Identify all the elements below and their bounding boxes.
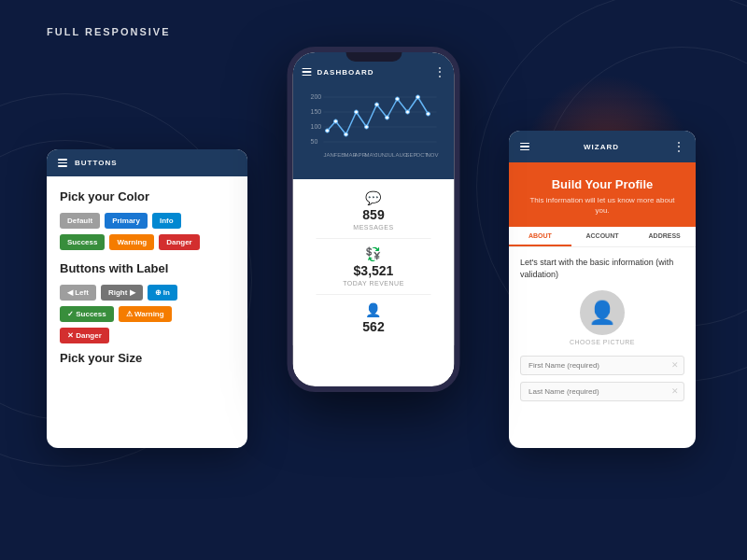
svg-point-16 (406, 110, 410, 114)
right-card-wizard: WIZARD ⋮ Build Your Profile This informa… (509, 131, 696, 448)
buttons-with-label-title: Buttons with Label (60, 261, 234, 275)
btn-primary[interactable]: Primary (105, 213, 148, 229)
btn-success-label[interactable]: ✓ Success (60, 306, 114, 322)
svg-text:JAN: JAN (324, 152, 334, 158)
btn-success[interactable]: Success (60, 234, 105, 250)
stat-divider-2 (317, 294, 430, 295)
btn-danger[interactable]: Danger (159, 234, 200, 250)
revenue-value: $3,521 (354, 263, 394, 278)
tab-about[interactable]: ABOUT (509, 227, 571, 246)
messages-label: MESSAGES (353, 224, 393, 231)
btn-danger-label[interactable]: ✕ Danger (60, 328, 109, 343)
pick-size-title: Pick your Size (60, 351, 234, 365)
wizard-menu-icon[interactable]: ⋮ (673, 140, 684, 153)
svg-point-18 (427, 112, 430, 116)
left-card-buttons: BUTTONS Pick your Color Default Primary … (47, 149, 247, 448)
svg-text:150: 150 (311, 108, 322, 115)
dash-hamburger-icon (303, 68, 312, 77)
wizard-hero-subtitle: This information will let us know more a… (522, 195, 683, 216)
phone-screen: DASHBOARD ⋮ 200 150 100 50 (293, 52, 455, 386)
page-title: FULL RESPONSIVE (47, 26, 170, 37)
svg-point-8 (326, 129, 330, 133)
svg-text:FEB: FEB (334, 152, 345, 158)
stats-area: 💬 859 MESSAGES 💱 $3,521 TODAY REVENUE 👤 … (293, 179, 455, 345)
chart-area: 200 150 100 50 (293, 86, 455, 179)
clear-first-name-icon[interactable]: ✕ (671, 360, 679, 370)
tab-account[interactable]: ACCOUNT (571, 227, 634, 246)
wizard-body: Let's start with the basic information (… (509, 247, 696, 415)
messages-value: 859 (362, 207, 384, 222)
dash-title: DASHBOARD (317, 68, 374, 77)
btn-info-label[interactable]: ⊕ In (148, 285, 177, 301)
avatar-circle[interactable]: 👤 (580, 290, 625, 335)
avatar-icon: 👤 (588, 300, 616, 326)
left-card-body: Pick your Color Default Primary Info Suc… (47, 176, 247, 378)
svg-text:JUN: JUN (375, 152, 387, 158)
dash-menu-icon[interactable]: ⋮ (434, 65, 445, 78)
wizard-hero: Build Your Profile This information will… (509, 162, 696, 227)
btn-warning[interactable]: Warning (109, 234, 154, 250)
label-btn-row-1: ◀ Left Right ▶ ⊕ In (60, 285, 234, 301)
wizard-hero-title: Build Your Profile (522, 177, 683, 191)
center-phone: DASHBOARD ⋮ 200 150 100 50 (288, 47, 460, 392)
first-name-field: ✕ (520, 355, 684, 375)
first-name-input[interactable] (520, 356, 684, 375)
wizard-tabs: ABOUT ACCOUNT ADDRESS (509, 227, 696, 247)
svg-point-12 (365, 125, 369, 129)
stat-revenue: 💱 $3,521 TODAY REVENUE (343, 246, 404, 287)
btn-left[interactable]: ◀ Left (60, 285, 96, 301)
clear-last-name-icon[interactable]: ✕ (671, 386, 679, 396)
wizard-body-subtitle: Let's start with the basic information (… (520, 257, 684, 280)
btn-right[interactable]: Right ▶ (101, 285, 143, 301)
avatar-area: 👤 CHOOSE PICTURE (520, 290, 684, 345)
svg-point-13 (375, 103, 379, 106)
svg-point-11 (355, 110, 359, 114)
svg-text:50: 50 (311, 138, 318, 145)
revenue-label: TODAY REVENUE (343, 280, 404, 287)
users-value: 562 (362, 319, 384, 334)
svg-text:NOV: NOV (427, 152, 439, 158)
users-icon: 👤 (365, 302, 381, 317)
dash-header-left: DASHBOARD (303, 68, 374, 77)
label-btn-row-2: ✓ Success ⚠ Warning (60, 306, 234, 322)
left-card-title: BUTTONS (75, 159, 118, 167)
svg-text:JUL: JUL (386, 152, 396, 158)
svg-point-14 (386, 116, 389, 119)
svg-point-9 (334, 119, 338, 123)
right-card-header: WIZARD ⋮ (509, 131, 696, 162)
svg-point-17 (416, 95, 420, 99)
color-btn-row-1: Default Primary Info (60, 213, 234, 229)
svg-text:100: 100 (311, 123, 322, 130)
tab-address[interactable]: ADDRESS (633, 227, 696, 246)
label-btn-row-3: ✕ Danger (60, 328, 234, 343)
left-card-header: BUTTONS (47, 149, 247, 176)
messages-icon: 💬 (365, 190, 381, 205)
svg-text:200: 200 (311, 93, 322, 100)
stat-users: 👤 562 (362, 302, 384, 334)
phone-notch (345, 52, 402, 62)
stat-divider-1 (317, 238, 430, 239)
svg-point-15 (396, 97, 400, 101)
dashboard-chart: 200 150 100 50 (303, 91, 445, 166)
last-name-field: ✕ (520, 381, 684, 401)
hamburger-icon (58, 159, 67, 167)
wizard-hamburger-icon (520, 143, 529, 151)
color-btn-row-2: Success Warning Danger (60, 234, 234, 250)
pick-color-title: Pick your Color (60, 189, 234, 203)
avatar-label: CHOOSE PICTURE (570, 339, 635, 345)
btn-info[interactable]: Info (152, 213, 181, 229)
revenue-icon: 💱 (365, 246, 381, 261)
svg-point-10 (345, 133, 348, 136)
wizard-header-title: WIZARD (584, 143, 619, 151)
btn-default[interactable]: Default (60, 213, 100, 229)
btn-warning-label[interactable]: ⚠ Warning (119, 306, 172, 322)
last-name-input[interactable] (520, 382, 684, 401)
stat-messages: 💬 859 MESSAGES (353, 190, 393, 231)
